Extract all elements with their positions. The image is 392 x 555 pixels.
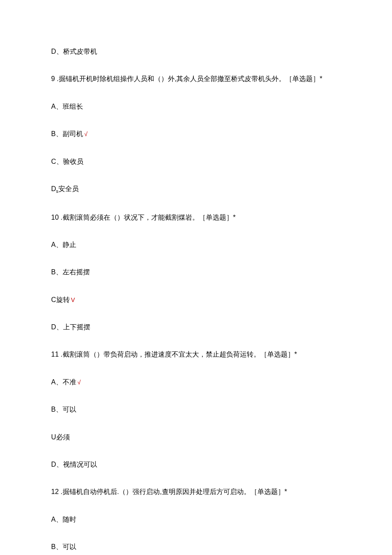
text: B、左右摇摆 [51, 268, 90, 276]
option-text: A、不准√ [51, 378, 341, 387]
check-icon: √ [84, 131, 88, 137]
text: 12 .掘锚机自动停机后.（）强行启动,查明原因并处理后方可启动。［单选题］* [51, 488, 287, 495]
text: U必须 [51, 433, 70, 441]
text: 11 .截割滚筒（）带负荷启动，推进速度不宜太大，禁止超负荷运转。［单选题］* [51, 351, 297, 358]
question-text: 10 .截割滚筒必须在（）状况下，才能截割煤岩。［单选题］* [51, 213, 341, 222]
text: 9 .掘锚机开机时除机组操作人员和（）外,其余人员全部撤至桥式皮带机头外。［单选… [51, 75, 322, 82]
page-content: D、桥式皮带机 9 .掘锚机开机时除机组操作人员和（）外,其余人员全部撤至桥式皮… [0, 0, 392, 555]
question-text: 9 .掘锚机开机时除机组操作人员和（）外,其余人员全部撤至桥式皮带机头外。［单选… [51, 74, 341, 84]
check-icon: V [71, 296, 75, 303]
text-tail: 安全员 [58, 185, 79, 192]
text: D、视情况可以 [51, 461, 97, 468]
option-text: U必须 [51, 433, 341, 442]
check-icon: √ [78, 379, 81, 386]
text: D [51, 185, 56, 192]
question-text: 12 .掘锚机自动停机后.（）强行启动,查明原因并处理后方可启动。［单选题］* [51, 487, 341, 497]
option-text: A、班组长 [51, 102, 341, 111]
option-text: B、可以 [51, 405, 341, 414]
option-text: D、视情况可以 [51, 460, 341, 469]
text: D、上下摇摆 [51, 323, 90, 331]
option-text: C旋转V [51, 295, 341, 305]
option-text: D、桥式皮带机 [51, 47, 341, 56]
text: B、可以 [51, 406, 76, 413]
text: C、验收员 [51, 158, 84, 165]
text: B、副司机 [51, 130, 83, 137]
option-text: D、上下摇摆 [51, 323, 341, 332]
option-text: A、随时 [51, 515, 341, 524]
option-text: B、副司机√ [51, 129, 341, 139]
option-text: Ds安全员 [51, 184, 341, 195]
text: C旋转 [51, 296, 70, 303]
text: A、不准 [51, 378, 76, 386]
option-text: B、左右摇摆 [51, 267, 341, 277]
option-text: C、验收员 [51, 157, 341, 166]
text: 10 .截割滚筒必须在（）状况下，才能截割煤岩。［单选题］* [51, 214, 236, 221]
text: D、桥式皮带机 [51, 48, 97, 55]
text: B、可以 [51, 543, 76, 550]
text: A、静止 [51, 241, 76, 248]
option-text: B、可以 [51, 542, 341, 552]
question-text: 11 .截割滚筒（）带负荷启动，推进速度不宜太大，禁止超负荷运转。［单选题］* [51, 350, 341, 359]
text: A、随时 [51, 516, 76, 523]
text: A、班组长 [51, 103, 83, 110]
option-text: A、静止 [51, 240, 341, 250]
